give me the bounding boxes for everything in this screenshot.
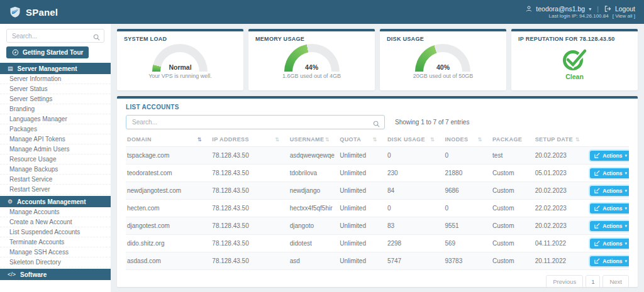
actions-button[interactable]: Actions▾ — [590, 203, 629, 214]
sidebar-item-manage-backups[interactable]: Manage Backups — [0, 165, 111, 175]
table-row: hecten.com78.128.43.50hectxx4f5qf5hirUnl… — [126, 200, 629, 217]
cell-actions: Actions▾ — [589, 217, 629, 235]
column-header-username[interactable]: USERNAME⇅ — [289, 132, 339, 147]
sidebar-item-manage-ssh-access[interactable]: Manage SSH Access — [0, 247, 111, 257]
column-header-domain[interactable]: DOMAIN⇅ — [126, 132, 211, 147]
gauge-subtitle: Your VPS is running well. — [148, 73, 212, 79]
cell-disk-usage: 2298 — [386, 235, 444, 252]
actions-button-label: Actions — [602, 223, 622, 229]
sidebar-item-languages-manager[interactable]: Languages Manager — [0, 114, 111, 124]
sidebar-item-server-settings[interactable]: Server Settings — [0, 94, 111, 104]
cell-setup-date: 20.02.2023 — [534, 182, 589, 200]
column-header-disk-usage[interactable]: DISK USAGE⇅ — [386, 132, 444, 147]
actions-button[interactable]: Actions▾ — [590, 256, 629, 266]
actions-button[interactable]: Actions▾ — [590, 239, 629, 249]
cell-username: djangoto — [289, 217, 339, 235]
sidebar-item-create-a-new-account[interactable]: Create a New Account — [0, 217, 111, 227]
sort-icon: ⇅ — [325, 136, 330, 143]
sidebar-item-server-information[interactable]: Server Information — [0, 74, 111, 84]
column-header-quota[interactable]: QUOTA⇅ — [338, 132, 386, 147]
column-label: DOMAIN — [127, 136, 152, 143]
status-widget: Clean — [562, 46, 587, 80]
tour-compass-icon — [12, 49, 19, 56]
actions-button[interactable]: Actions▾ — [590, 151, 629, 161]
actions-button[interactable]: Actions▾ — [590, 221, 629, 231]
cell-disk-usage: 0 — [386, 147, 444, 165]
column-header-content: INODES⇅ — [445, 136, 489, 143]
cell-inodes: 0 — [443, 200, 491, 217]
cell-quota: Unlimited — [338, 252, 386, 270]
pagination: Previous 1 Next — [126, 275, 629, 287]
column-header-setup-date[interactable]: SETUP DATE⇅ — [534, 132, 589, 147]
sidebar-item-manage-admin-users[interactable]: Manage Admin Users — [0, 144, 111, 154]
gauge-widget: 40%20GB used out of 50GB — [413, 44, 474, 79]
table-row: dido.shitz.org78.128.43.50didotestUnlimi… — [126, 235, 629, 252]
previous-page-button[interactable]: Previous — [546, 275, 583, 287]
card-body: 40%20GB used out of 50GB — [387, 44, 499, 79]
sidebar-item-resource-usage[interactable]: Resource Usage — [0, 154, 111, 165]
gauge-arc: 40% — [415, 44, 470, 72]
table-row: teodoratest.com78.128.43.50tdobrilovaUnl… — [126, 165, 629, 182]
logout-button[interactable]: Logout — [615, 5, 635, 13]
page-1-button[interactable]: 1 — [586, 275, 600, 287]
code-icon: </> — [8, 271, 16, 278]
accounts-search-input[interactable] — [126, 115, 385, 129]
user-icon — [526, 6, 532, 12]
getting-started-tour-button[interactable]: Getting Started Tour — [6, 46, 89, 58]
sort-icon: ⇅ — [575, 136, 580, 143]
user-email-dropdown[interactable]: teodora@ns1.bg — [536, 5, 585, 13]
cell-inodes: 93783 — [443, 252, 491, 270]
sidebar-item-restart-service[interactable]: Restart Service — [0, 175, 111, 185]
cell-actions: Actions▾ — [589, 147, 629, 165]
spanel-logo-icon — [9, 6, 21, 18]
cell-domain: hecten.com — [126, 200, 211, 217]
sidebar-item-restart-server[interactable]: Restart Server — [0, 185, 111, 195]
sidebar-item-skeleton-directory[interactable]: Skeleton Directory — [0, 257, 111, 268]
sidebar-search-input[interactable] — [6, 29, 104, 43]
column-header-inodes[interactable]: INODES⇅ — [443, 132, 491, 147]
sidebar-item-server-status[interactable]: Server Status — [0, 84, 111, 94]
last-login-ip: Last login IP: 94.26.100.84 — [549, 13, 609, 19]
column-header-content: SETUP DATE⇅ — [535, 136, 587, 143]
list-accounts-title: LIST ACCOUNTS — [126, 104, 629, 111]
column-header-content: QUOTA⇅ — [340, 136, 384, 143]
cell-actions: Actions▾ — [589, 165, 629, 182]
cell-domain: teodoratest.com — [126, 165, 211, 182]
cell-ip-address: 78.128.43.50 — [211, 147, 288, 165]
gauge-subtitle: 20GB used out of 50GB — [413, 73, 474, 79]
top-header: SPanel teodora@ns1.bg ▾ | Logout Last lo… — [0, 0, 644, 24]
sidebar-section-label: Accounts Management — [17, 198, 86, 205]
sidebar-item-manage-accounts[interactable]: Manage Accounts — [0, 207, 111, 217]
card-body: NormalYour VPS is running well. — [124, 44, 236, 79]
sidebar-section-accounts-management[interactable]: ⚙Accounts Management — [0, 196, 111, 207]
sidebar-item-terminate-accounts[interactable]: Terminate Accounts — [0, 237, 111, 247]
brand[interactable]: SPanel — [9, 6, 58, 18]
card-body: 44%1.6GB used out of 4GB — [255, 44, 368, 79]
column-label: DISK USAGE — [387, 136, 425, 143]
sidebar-section-software[interactable]: </>Software — [0, 269, 111, 280]
edit-icon — [594, 258, 600, 264]
sidebar-item-list-suspended-accounts[interactable]: List Suspended Accounts — [0, 227, 111, 237]
actions-button[interactable]: Actions▾ — [590, 168, 629, 178]
actions-button[interactable]: Actions▾ — [590, 186, 629, 196]
cell-domain: djangotest.com — [126, 217, 211, 235]
table-row: newdjangotest.com78.128.43.50newdjangoUn… — [126, 182, 629, 200]
summary-cards: SYSTEM LOADNormalYour VPS is running wel… — [117, 29, 638, 90]
actions-button-label: Actions — [602, 170, 622, 176]
sidebar-item-branding[interactable]: Branding — [0, 104, 111, 114]
edit-icon — [594, 223, 600, 229]
cell-package: Custom — [491, 200, 534, 217]
check-circle-icon — [562, 46, 587, 74]
sidebar-section-server-management[interactable]: ▤Server Management — [0, 63, 111, 74]
column-header-ip-address[interactable]: IP ADDRESS⇅ — [211, 132, 288, 147]
column-label: IP ADDRESS — [212, 136, 249, 143]
sort-icon: ⇅ — [430, 136, 435, 143]
next-page-button[interactable]: Next — [602, 275, 629, 287]
view-all-link[interactable]: [ View all ] — [613, 13, 635, 19]
cell-setup-date: 20.11.2022 — [534, 252, 589, 270]
cell-disk-usage: 230 — [386, 165, 444, 182]
sidebar-item-manage-api-tokens[interactable]: Manage API Tokens — [0, 134, 111, 144]
sidebar-item-packages[interactable]: Packages — [0, 124, 111, 134]
gauge-arc: Normal — [152, 44, 208, 72]
cell-domain: newdjangotest.com — [126, 182, 211, 200]
